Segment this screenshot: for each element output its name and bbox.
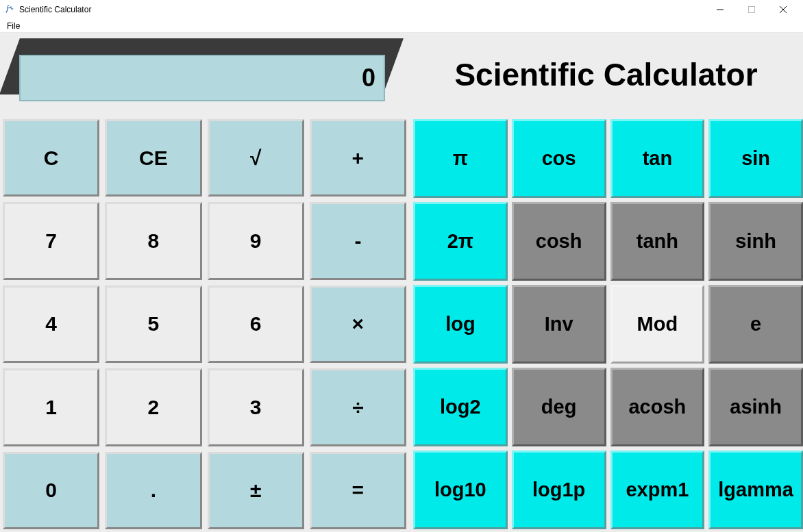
plus-button[interactable]: + bbox=[310, 119, 406, 197]
calc-display[interactable]: 0 bbox=[19, 55, 385, 101]
clear-button[interactable]: C bbox=[3, 119, 99, 197]
divide-button[interactable]: ÷ bbox=[310, 368, 406, 446]
titlebar: Scientific Calculator bbox=[0, 0, 803, 19]
window-title: Scientific Calculator bbox=[19, 5, 91, 14]
digit-9-button[interactable]: 9 bbox=[208, 202, 304, 279]
digit-3-button[interactable]: 3 bbox=[208, 368, 304, 446]
digit-4-button[interactable]: 4 bbox=[3, 286, 99, 363]
cos-button[interactable]: cos bbox=[512, 119, 606, 198]
digit-0-button[interactable]: 0 bbox=[3, 452, 99, 529]
digit-7-button[interactable]: 7 bbox=[3, 202, 99, 279]
app-icon bbox=[4, 4, 15, 15]
asinh-button[interactable]: asinh bbox=[708, 368, 803, 446]
digit-2-button[interactable]: 2 bbox=[105, 368, 201, 446]
close-button[interactable] bbox=[767, 0, 799, 19]
multiply-button[interactable]: × bbox=[310, 286, 406, 363]
maximize-button[interactable] bbox=[736, 0, 767, 19]
menu-file[interactable]: File bbox=[3, 21, 24, 31]
equals-button[interactable]: = bbox=[310, 452, 406, 529]
pi-button[interactable]: π bbox=[413, 119, 508, 198]
digit-6-button[interactable]: 6 bbox=[208, 286, 304, 363]
log-button[interactable]: log bbox=[413, 285, 508, 364]
keypad-basic: C CE √ + 7 8 9 - 4 5 6 × 1 2 3 ÷ 0 . ± = bbox=[0, 116, 409, 532]
menubar: File bbox=[0, 19, 803, 33]
sin-button[interactable]: sin bbox=[708, 119, 803, 198]
window-controls bbox=[704, 0, 799, 19]
decimal-button[interactable]: . bbox=[105, 452, 201, 529]
log2-button[interactable]: log2 bbox=[413, 368, 508, 446]
plus-minus-button[interactable]: ± bbox=[208, 452, 304, 529]
display-region: 0 bbox=[0, 33, 409, 116]
tan-button[interactable]: tan bbox=[610, 119, 705, 198]
keypad-scientific: π cos tan sin 2π cosh tanh sinh log Inv … bbox=[409, 116, 803, 532]
digit-1-button[interactable]: 1 bbox=[3, 368, 99, 446]
digit-8-button[interactable]: 8 bbox=[105, 202, 201, 279]
acosh-button[interactable]: acosh bbox=[610, 368, 705, 446]
log1p-button[interactable]: log1p bbox=[512, 451, 606, 529]
sinh-button[interactable]: sinh bbox=[708, 202, 803, 281]
minus-button[interactable]: - bbox=[310, 202, 406, 279]
sqrt-button[interactable]: √ bbox=[208, 119, 304, 197]
inv-button[interactable]: Inv bbox=[512, 285, 606, 364]
clear-entry-button[interactable]: CE bbox=[105, 119, 201, 197]
tanh-button[interactable]: tanh bbox=[610, 202, 705, 281]
tau-button[interactable]: 2π bbox=[413, 202, 508, 281]
svg-rect-1 bbox=[749, 7, 755, 13]
mod-button[interactable]: Mod bbox=[610, 285, 705, 364]
log10-button[interactable]: log10 bbox=[413, 451, 508, 529]
e-button[interactable]: e bbox=[708, 285, 803, 364]
deg-button[interactable]: deg bbox=[512, 368, 606, 446]
app-heading: Scientific Calculator bbox=[409, 33, 803, 116]
digit-5-button[interactable]: 5 bbox=[105, 286, 201, 363]
expm1-button[interactable]: expm1 bbox=[610, 451, 705, 529]
cosh-button[interactable]: cosh bbox=[512, 202, 606, 281]
minimize-button[interactable] bbox=[704, 0, 736, 19]
lgamma-button[interactable]: lgamma bbox=[708, 451, 803, 529]
